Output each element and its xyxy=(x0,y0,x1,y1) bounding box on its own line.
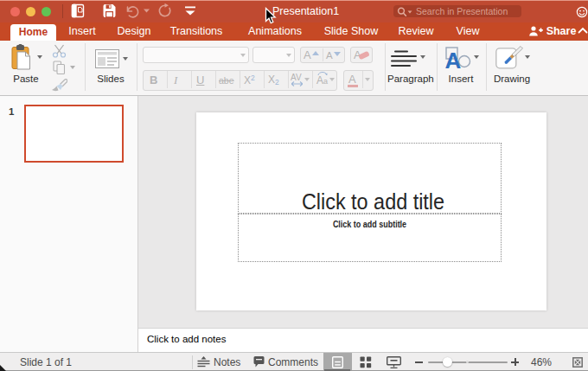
svg-text:A: A xyxy=(445,48,462,69)
